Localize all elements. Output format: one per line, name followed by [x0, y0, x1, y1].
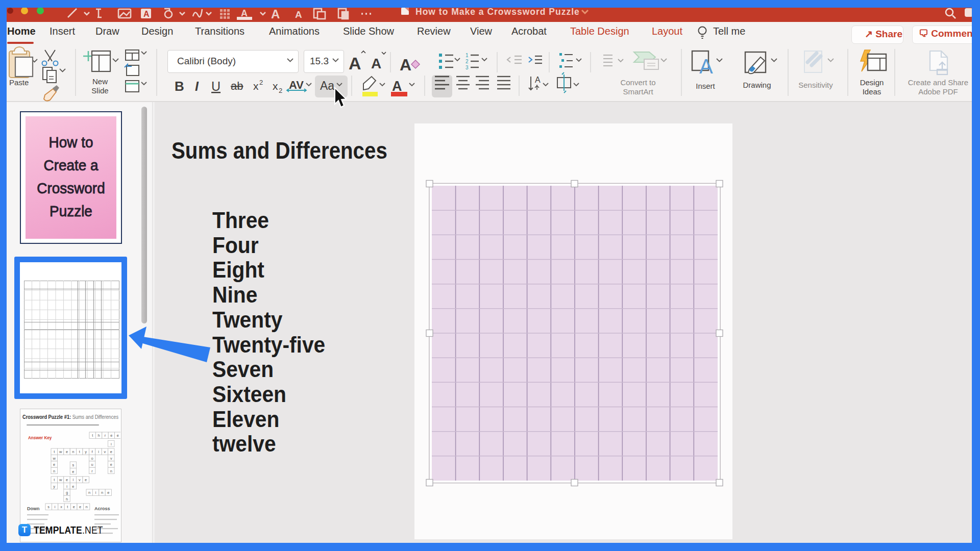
svg-text:n: n [53, 469, 55, 473]
svg-text:y: y [85, 449, 87, 454]
svg-text:h: h [66, 497, 68, 502]
svg-text:e: e [110, 449, 112, 454]
svg-text:h: h [98, 433, 100, 438]
svg-text:B: B [175, 79, 184, 94]
svg-text:2: 2 [259, 79, 263, 86]
svg-text:A: A [349, 54, 361, 73]
svg-text:x: x [253, 80, 259, 92]
svg-text:ab: ab [231, 80, 243, 92]
svg-text:s: s [47, 505, 50, 509]
svg-text:n: n [101, 490, 103, 495]
svg-text:A: A [271, 7, 280, 21]
svg-text:A: A [143, 10, 150, 18]
svg-text:3: 3 [465, 65, 469, 70]
svg-text:w: w [52, 456, 56, 461]
svg-text:o: o [91, 456, 93, 461]
svg-text:e: e [66, 478, 68, 482]
svg-text:U: U [211, 79, 220, 93]
svg-text:e: e [53, 462, 55, 467]
svg-text:v: v [79, 478, 81, 482]
svg-text:e: e [73, 505, 75, 509]
svg-text:v: v [110, 456, 112, 461]
svg-text:2: 2 [465, 59, 469, 64]
svg-text:A: A [371, 56, 381, 71]
svg-text:2: 2 [279, 87, 282, 94]
svg-text:e: e [72, 484, 74, 489]
svg-text:u: u [91, 462, 93, 467]
svg-text:e: e [66, 449, 68, 454]
svg-text:n: n [88, 490, 90, 495]
svg-text:A: A [400, 56, 411, 74]
svg-text:x: x [60, 505, 62, 509]
svg-text:I: I [195, 79, 199, 93]
svg-text:e: e [107, 490, 109, 495]
svg-text:A: A [295, 9, 302, 20]
svg-text:1: 1 [465, 53, 469, 58]
svg-text:v: v [104, 449, 106, 454]
svg-text:e: e [117, 433, 119, 438]
svg-text:AV: AV [289, 79, 304, 91]
svg-text:e: e [72, 469, 74, 474]
svg-text:x: x [273, 80, 278, 92]
svg-text:A: A [535, 76, 541, 84]
svg-text:n: n [86, 505, 88, 509]
svg-text:w: w [59, 478, 62, 482]
svg-text:w: w [59, 449, 62, 454]
svg-text:e: e [79, 505, 81, 509]
svg-text:A: A [392, 79, 402, 94]
svg-text:e: e [110, 462, 112, 467]
svg-text:g: g [66, 490, 68, 495]
svg-text:A: A [699, 55, 713, 78]
svg-text:y: y [53, 484, 55, 489]
svg-text:n: n [110, 469, 112, 473]
svg-text:e: e [85, 478, 87, 482]
svg-text:e: e [110, 433, 112, 438]
svg-text:s: s [72, 463, 75, 467]
svg-text:n: n [72, 449, 74, 454]
